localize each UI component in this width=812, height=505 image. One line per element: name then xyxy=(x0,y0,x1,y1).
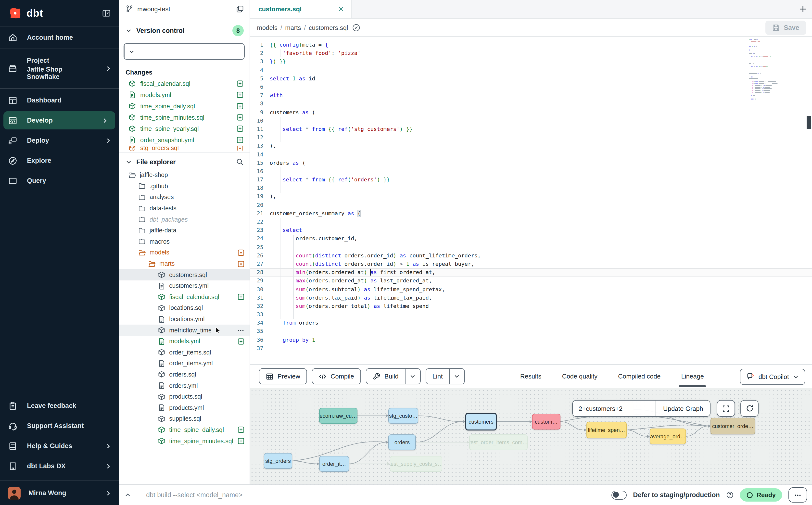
file-item-models-yml[interactable]: models.yml xyxy=(119,336,250,347)
code-line-24[interactable]: 24 orders.customer_id, xyxy=(250,234,812,243)
lineage-node-ecom[interactable]: ecom.raw_cu… xyxy=(319,408,357,424)
tab-compiled-code[interactable]: Compiled code xyxy=(608,364,671,388)
sidebar-item-help-guides[interactable]: Help & Guides xyxy=(0,437,119,455)
chevron-down-icon[interactable] xyxy=(405,369,420,384)
tab-results[interactable]: Results xyxy=(510,364,552,388)
sidebar-item-dbt-labs-dx[interactable]: dbt Labs DX xyxy=(0,457,119,475)
chevron-down-icon[interactable] xyxy=(126,27,132,34)
stage-plus-icon[interactable] xyxy=(236,91,244,99)
stage-plus-icon[interactable] xyxy=(237,437,245,445)
sidebar-item-dashboard[interactable]: Dashboard xyxy=(0,91,119,109)
help-icon[interactable] xyxy=(726,491,734,499)
modified-dot-icon[interactable] xyxy=(237,249,245,257)
change-item-time_spine_minutes.sql[interactable]: time_spine_minutes.sql xyxy=(119,112,250,123)
code-line-3[interactable]: 3}) }} xyxy=(250,57,812,66)
modified-dot-icon[interactable] xyxy=(237,260,245,268)
editor-minimap[interactable] xyxy=(748,39,783,102)
status-badge[interactable]: Ready xyxy=(740,488,782,502)
breadcrumb-marts[interactable]: marts xyxy=(285,24,301,31)
commit-and-sync-button[interactable]: Commit and sync xyxy=(124,43,245,60)
lineage-node-tsc[interactable]: test_supply_costs_s… xyxy=(390,456,442,472)
code-line-23[interactable]: 23 select xyxy=(250,226,812,234)
stage-plus-icon[interactable] xyxy=(237,338,245,345)
commit-options-chevron[interactable] xyxy=(124,44,139,59)
file-item-fiscal_calendar-sql[interactable]: fiscal_calendar.sql xyxy=(119,292,250,303)
code-line-4[interactable]: 4 xyxy=(250,66,812,74)
save-button[interactable]: Save xyxy=(766,20,806,34)
code-line-6[interactable]: 6 xyxy=(250,83,812,91)
refresh-button[interactable] xyxy=(741,400,759,417)
change-item-time_spine_yearly.sql[interactable]: time_spine_yearly.sql xyxy=(119,123,250,134)
more-options-button[interactable] xyxy=(789,487,807,503)
fullscreen-button[interactable] xyxy=(717,400,735,417)
stage-plus-icon[interactable] xyxy=(236,125,244,132)
code-line-33[interactable]: 33 xyxy=(250,310,812,319)
code-line-17[interactable]: 17 select * from {{ ref('orders') }} xyxy=(250,176,812,184)
lineage-node-lsp[interactable]: lifetime_spen… xyxy=(587,422,627,438)
sidebar-item-explore[interactable]: Explore xyxy=(0,152,119,170)
code-line-2[interactable]: 2 'favorite_food': 'pizza' xyxy=(250,49,812,57)
chevron-down-icon[interactable] xyxy=(449,369,464,384)
file-item-jaffle-shop[interactable]: jaffle-shop xyxy=(119,170,250,181)
code-line-35[interactable]: 35 xyxy=(250,327,812,336)
code-line-13[interactable]: 13), xyxy=(250,142,812,150)
defer-toggle[interactable] xyxy=(612,491,627,499)
sidebar-item-project[interactable]: Project Jaffle Shop Snowflake xyxy=(0,51,119,86)
lineage-node-cord[interactable]: customer_orde… xyxy=(710,418,755,435)
code-line-19[interactable]: 19), xyxy=(250,192,812,201)
sidebar-item-leave-feedback[interactable]: Leave feedback xyxy=(0,397,119,415)
lineage-node-cust[interactable]: customers xyxy=(465,413,497,431)
file-item-order_items-yml[interactable]: order_items.yml xyxy=(119,358,250,369)
update-graph-button[interactable]: Update Graph xyxy=(656,400,710,416)
search-icon[interactable] xyxy=(236,158,244,166)
file-item-products-sql[interactable]: products.sql xyxy=(119,391,250,402)
lineage-node-stgo[interactable]: stg_orders xyxy=(264,453,292,469)
code-line-16[interactable]: 16 xyxy=(250,167,812,176)
tab-customers-sql[interactable]: customers.sql xyxy=(250,0,352,18)
sidebar-item-develop[interactable]: Develop xyxy=(3,111,115,130)
tab-lineage[interactable]: Lineage xyxy=(671,364,714,388)
file-item-customers-yml[interactable]: customers.yml xyxy=(119,281,250,292)
file-item-time_spine_daily-sql[interactable]: time_spine_daily.sql xyxy=(119,425,250,436)
stage-plus-icon[interactable] xyxy=(236,103,244,110)
stage-plus-icon[interactable] xyxy=(237,294,245,301)
code-line-28[interactable]: 28 min(orders.ordered_at) as first_order… xyxy=(250,268,812,277)
code-editor[interactable]: 1{{ config(meta = {2 'favorite_food': 'p… xyxy=(250,37,812,364)
dbt-copilot-button[interactable]: dbt Copilot xyxy=(740,369,805,385)
tab-code-quality[interactable]: Code quality xyxy=(551,364,608,388)
code-line-25[interactable]: 25 xyxy=(250,243,812,251)
file-item-supplies-sql[interactable]: supplies.sql xyxy=(119,413,250,425)
expand-command-bar-icon[interactable] xyxy=(119,485,137,505)
compile-button[interactable]: Compile xyxy=(312,368,361,384)
file-item-models[interactable]: models xyxy=(119,247,250,258)
code-line-10[interactable]: 10 xyxy=(250,117,812,125)
file-item-jaffle-data[interactable]: jaffle-data xyxy=(119,225,250,236)
sidebar-item-account-home[interactable]: Account home xyxy=(0,28,119,46)
code-line-27[interactable]: 27 count(distinct orders.order_id) > 1 a… xyxy=(250,260,812,268)
code-line-12[interactable]: 12 xyxy=(250,133,812,142)
sidebar-item-support-assistant[interactable]: Support Assistant xyxy=(0,417,119,435)
branch-name[interactable]: mwong-test xyxy=(137,5,170,12)
code-line-34[interactable]: 34 from orders xyxy=(250,319,812,327)
code-line-7[interactable]: 7with xyxy=(250,91,812,100)
lineage-node-toi[interactable]: test_order_items_com… xyxy=(469,435,528,450)
breadcrumb-file[interactable]: customers.sql xyxy=(309,24,348,31)
stage-plus-icon[interactable] xyxy=(236,80,244,87)
lineage-node-custm[interactable]: custom… xyxy=(532,414,560,430)
file-item-macros[interactable]: macros xyxy=(119,236,250,247)
breadcrumb-models[interactable]: models xyxy=(257,24,278,31)
sidebar-item-query[interactable]: Query xyxy=(0,172,119,190)
command-input[interactable]: dbt build --select <model_name> xyxy=(146,491,242,499)
lineage-node-avg[interactable]: average_ord… xyxy=(650,429,686,444)
file-item-dbt_packages[interactable]: dbt_packages xyxy=(119,214,250,225)
stage-plus-icon[interactable] xyxy=(236,114,244,121)
lineage-selector-input[interactable]: 2+customers+2 xyxy=(573,400,656,416)
preview-button[interactable]: Preview xyxy=(259,368,307,384)
version-control-header[interactable]: Version control xyxy=(136,27,185,34)
code-line-21[interactable]: 21customer_orders_summary as ( xyxy=(250,209,812,218)
file-item-metricflow_time_spine-sql[interactable]: metricflow_time_spine.sql xyxy=(119,325,250,336)
build-button[interactable]: Build xyxy=(366,368,421,384)
code-line-5[interactable]: 5select 1 as id xyxy=(250,74,812,83)
code-line-8[interactable]: 8 xyxy=(250,100,812,108)
lineage-node-stgc[interactable]: stg_custo… xyxy=(388,408,418,424)
